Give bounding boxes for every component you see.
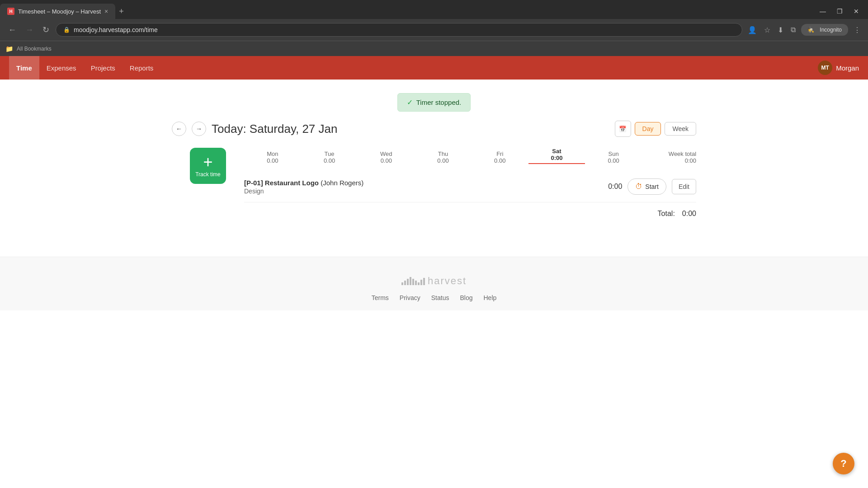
lock-icon: 🔒 bbox=[63, 27, 70, 33]
date-title: Today: Saturday, 27 Jan bbox=[212, 122, 337, 136]
check-icon: ✓ bbox=[407, 98, 413, 107]
forward-button[interactable]: → bbox=[23, 23, 36, 37]
week-view-button[interactable]: Week bbox=[665, 122, 696, 136]
entry-info: [P-01] Restaurant Logo (John Rogers) Des… bbox=[244, 179, 599, 195]
close-window-button[interactable]: ✕ bbox=[848, 6, 864, 17]
extensions-icon[interactable]: ⧉ bbox=[789, 24, 797, 36]
day-view-button[interactable]: Day bbox=[635, 122, 661, 136]
timer-banner-text: Timer stopped. bbox=[416, 99, 462, 106]
incognito-icon: 🕵 bbox=[806, 25, 816, 35]
start-timer-button[interactable]: ⏱ Start bbox=[627, 178, 666, 195]
week-and-track: + Track time Mon 0.00 Tue 0.00 bbox=[172, 148, 696, 225]
edit-entry-button[interactable]: Edit bbox=[672, 179, 696, 194]
day-fri-hours: 0.00 bbox=[472, 157, 528, 164]
download-icon[interactable]: ⬇ bbox=[776, 24, 785, 36]
bar-1 bbox=[401, 282, 403, 285]
day-mon-hours: 0.00 bbox=[244, 157, 301, 164]
tab-title: Timesheet – Moodjoy – Harvest bbox=[18, 8, 101, 15]
menu-icon[interactable]: ⋮ bbox=[852, 24, 863, 36]
user-name: Morgan bbox=[836, 64, 859, 72]
next-day-button[interactable]: → bbox=[192, 122, 206, 136]
day-sat-name: Sat bbox=[528, 148, 585, 155]
day-tue-name: Tue bbox=[301, 150, 358, 157]
incognito-label: Incognito bbox=[818, 25, 844, 35]
bookmark-star-icon[interactable]: ☆ bbox=[762, 24, 772, 36]
entry-project-name: Restaurant Logo bbox=[265, 179, 319, 187]
entry-right: 0:00 ⏱ Start Edit bbox=[599, 178, 696, 195]
minimize-button[interactable]: — bbox=[814, 6, 831, 17]
active-tab[interactable]: H Timesheet – Moodjoy – Harvest × bbox=[0, 4, 115, 19]
footer-privacy-link[interactable]: Privacy bbox=[400, 294, 420, 301]
profile-icon: 👤 bbox=[746, 24, 759, 36]
day-tue[interactable]: Tue 0.00 bbox=[301, 150, 358, 164]
calendar-button[interactable]: 📅 bbox=[615, 121, 631, 137]
nav-projects[interactable]: Projects bbox=[84, 56, 123, 80]
day-tue-hours: 0.00 bbox=[301, 157, 358, 164]
prev-day-button[interactable]: ← bbox=[172, 122, 186, 136]
day-sat[interactable]: Sat 0:00 bbox=[528, 148, 585, 164]
reload-button[interactable]: ↻ bbox=[40, 23, 52, 37]
bar-6 bbox=[415, 281, 417, 285]
bookmarks-label: All Bookmarks bbox=[17, 46, 52, 52]
track-time-area: + Track time bbox=[172, 148, 244, 184]
incognito-badge: 🕵 Incognito bbox=[801, 24, 848, 36]
day-thu-hours: 0.00 bbox=[415, 157, 472, 164]
help-icon: ? bbox=[840, 458, 846, 469]
day-sun[interactable]: Sun 0.00 bbox=[585, 150, 642, 164]
plus-icon: + bbox=[203, 154, 212, 170]
week-columns: Mon 0.00 Tue 0.00 Wed 0.00 Th bbox=[244, 148, 696, 225]
day-wed-name: Wed bbox=[358, 150, 415, 157]
nav-reports[interactable]: Reports bbox=[123, 56, 161, 80]
tab-favicon: H bbox=[7, 8, 14, 15]
new-tab-button[interactable]: + bbox=[115, 7, 127, 16]
day-mon[interactable]: Mon 0.00 bbox=[244, 150, 301, 164]
avatar: MT bbox=[818, 61, 832, 75]
footer-status-link[interactable]: Status bbox=[431, 294, 449, 301]
day-fri-name: Fri bbox=[472, 150, 528, 157]
calendar-icon: 📅 bbox=[619, 126, 627, 132]
bar-5 bbox=[412, 279, 414, 285]
maximize-button[interactable]: ❐ bbox=[831, 6, 848, 17]
entry-project-id: [P-01] bbox=[244, 179, 265, 187]
bar-8 bbox=[420, 280, 422, 285]
nav-time[interactable]: Time bbox=[9, 56, 39, 80]
tab-close-button[interactable]: × bbox=[104, 8, 108, 15]
address-text: moodjoy.harvestapp.com/time bbox=[74, 26, 158, 33]
app-container: Time Expenses Projects Reports MT Morgan… bbox=[0, 56, 868, 488]
table-row: [P-01] Restaurant Logo (John Rogers) Des… bbox=[244, 171, 696, 202]
back-button[interactable]: ← bbox=[5, 23, 19, 37]
track-time-button[interactable]: + Track time bbox=[190, 148, 226, 184]
bar-3 bbox=[407, 279, 409, 285]
window-controls: — ❐ ✕ bbox=[814, 6, 868, 17]
view-controls: 📅 Day Week bbox=[615, 121, 696, 137]
nav-expenses[interactable]: Expenses bbox=[39, 56, 84, 80]
entry-time: 0:00 bbox=[599, 183, 622, 191]
day-wed-hours: 0.00 bbox=[358, 157, 415, 164]
footer-links: Terms Privacy Status Blog Help bbox=[9, 294, 859, 301]
day-mon-name: Mon bbox=[244, 150, 301, 157]
track-time-label: Track time bbox=[195, 171, 221, 178]
browser-chrome: H Timesheet – Moodjoy – Harvest × + — ❐ … bbox=[0, 0, 868, 56]
avatar-initials: MT bbox=[821, 65, 829, 71]
total-label: Total: bbox=[658, 210, 675, 218]
day-fri[interactable]: Fri 0.00 bbox=[472, 150, 528, 164]
bar-2 bbox=[404, 281, 406, 285]
bar-9 bbox=[423, 278, 425, 285]
footer-help-link[interactable]: Help bbox=[483, 294, 496, 301]
footer-terms-link[interactable]: Terms bbox=[372, 294, 389, 301]
total-value: 0:00 bbox=[682, 210, 696, 218]
footer-logo-text: harvest bbox=[428, 275, 467, 287]
address-bar[interactable]: 🔒 moodjoy.harvestapp.com/time bbox=[56, 23, 742, 37]
app-nav: Time Expenses Projects Reports MT Morgan bbox=[0, 56, 868, 80]
week-total-label: Week total bbox=[642, 150, 696, 157]
footer-blog-link[interactable]: Blog bbox=[460, 294, 472, 301]
day-thu-name: Thu bbox=[415, 150, 472, 157]
day-wed[interactable]: Wed 0.00 bbox=[358, 150, 415, 164]
week-total: Week total 0:00 bbox=[642, 150, 696, 164]
days-row: Mon 0.00 Tue 0.00 Wed 0.00 Th bbox=[244, 148, 696, 164]
bar-7 bbox=[418, 282, 420, 285]
week-total-hours: 0:00 bbox=[642, 157, 696, 164]
day-thu[interactable]: Thu 0.00 bbox=[415, 150, 472, 164]
day-sat-hours: 0:00 bbox=[528, 155, 585, 161]
help-button[interactable]: ? bbox=[833, 453, 854, 474]
